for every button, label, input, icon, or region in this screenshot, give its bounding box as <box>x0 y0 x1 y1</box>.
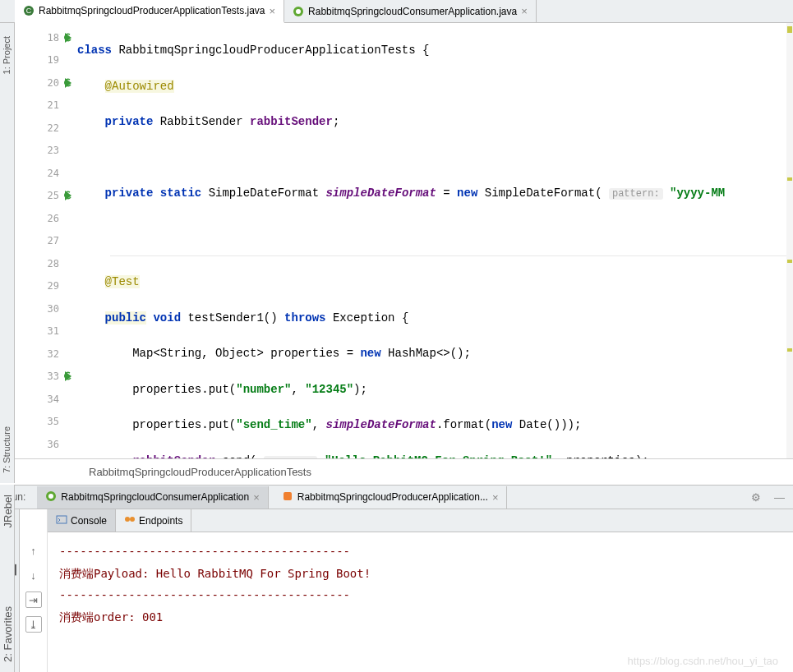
console-icon <box>56 513 67 527</box>
line-number: 21 <box>48 99 59 111</box>
console-tabs: Console Endpoints <box>48 509 793 532</box>
line-number: 19 <box>48 54 59 66</box>
line-number: 23 <box>48 145 59 156</box>
line-number: 35 <box>48 416 59 427</box>
test-icon <box>282 490 293 504</box>
line-number: 29 <box>48 280 59 292</box>
line-number: 31 <box>48 325 59 337</box>
jrebel-tool[interactable]: JRebel <box>0 490 16 532</box>
run-header: Run: RabbitmqSpringcloudConsumerApplicat… <box>0 485 793 509</box>
run-tab-consumer[interactable]: RabbitmqSpringcloudConsumerApplication × <box>37 486 268 509</box>
run-tab-producer[interactable]: RabbitmqSpringcloudProducerApplication..… <box>274 486 508 509</box>
watermark: https://blog.csdn.net/hou_yi_tao <box>627 655 778 667</box>
run-gutter-icon[interactable] <box>62 31 76 44</box>
project-tool[interactable]: 1: Project <box>0 31 13 79</box>
line-number: 18 <box>48 32 59 44</box>
svg-point-3 <box>296 9 301 14</box>
editor-tabs: C RabbitmqSpringcloudProducerApplication… <box>0 0 793 23</box>
scroll-end-icon[interactable]: ⤓ <box>25 616 42 633</box>
warning-mark[interactable] <box>787 26 792 33</box>
line-number: 27 <box>48 235 59 246</box>
tab-label: RabbitmqSpringcloudProducerApplicationTe… <box>39 5 265 16</box>
output-line: ----------------------------------------… <box>59 541 781 563</box>
line-number: 33 <box>48 371 59 382</box>
java-class-icon: C <box>23 5 35 16</box>
output-line: 消费端order: 001 <box>59 606 781 628</box>
warning-mark[interactable] <box>787 177 792 181</box>
warning-mark[interactable] <box>787 348 792 352</box>
spring-icon <box>293 6 304 17</box>
editor-tab-producer-tests[interactable]: C RabbitmqSpringcloudProducerApplication… <box>15 0 284 23</box>
up-icon[interactable]: ↑ <box>25 542 42 559</box>
left-toolbar-bottom: JRebel 2: Favorites <box>0 485 15 672</box>
editor-area: 18 19 20 21 22 23 24 25 26 27 28 29 30 3… <box>15 23 793 458</box>
svg-text:C: C <box>26 7 32 15</box>
down-icon[interactable]: ↓ <box>25 567 42 583</box>
soft-wrap-icon[interactable]: ⇥ <box>25 591 42 608</box>
output-line: ----------------------------------------… <box>59 584 781 606</box>
code-editor[interactable]: class RabbitmqSpringcloudProducerApplica… <box>77 23 793 458</box>
line-number: 20 <box>48 77 59 89</box>
editor-tab-consumer-app[interactable]: RabbitmqSpringcloudConsumerApplication.j… <box>284 0 537 22</box>
line-number: 32 <box>48 348 59 360</box>
spring-icon <box>45 490 57 504</box>
line-number: 26 <box>48 213 59 224</box>
run-body: ❚❚ ◉ » ↑ ↓ ⇥ ⤓ Console Endpoints ---- <box>0 509 793 672</box>
console-tab[interactable]: Console <box>48 509 116 532</box>
close-icon[interactable]: × <box>521 5 528 17</box>
close-icon[interactable]: × <box>492 491 499 504</box>
run-gutter-icon[interactable] <box>62 370 76 383</box>
line-number: 25 <box>48 190 59 201</box>
console-output[interactable]: ----------------------------------------… <box>48 532 793 672</box>
warning-mark[interactable] <box>787 260 792 263</box>
left-toolbar: 1: Project 7: Structure <box>0 23 15 483</box>
close-icon[interactable]: × <box>253 491 260 504</box>
run-gutter-icon[interactable] <box>62 189 76 202</box>
line-number: 24 <box>48 168 59 179</box>
line-number: 34 <box>48 394 59 405</box>
line-number: 36 <box>48 439 59 450</box>
close-icon[interactable]: × <box>269 5 275 17</box>
gear-icon[interactable]: ⚙ <box>751 491 761 504</box>
line-number: 22 <box>48 122 59 134</box>
favorites-tool[interactable]: 2: Favorites <box>0 601 16 667</box>
run-gutter-icon[interactable] <box>62 76 76 90</box>
line-number: 30 <box>48 303 59 315</box>
breadcrumb[interactable]: RabbitmqSpringcloudProducerApplicationTe… <box>15 458 793 485</box>
editor-right-strip[interactable] <box>786 23 793 458</box>
output-line: 消费端Payload: Hello RabbitMQ For Spring Bo… <box>59 563 781 585</box>
structure-tool[interactable]: 7: Structure <box>0 421 13 478</box>
gutter: 18 19 20 21 22 23 24 25 26 27 28 29 30 3… <box>15 23 77 458</box>
run-panel: Run: RabbitmqSpringcloudConsumerApplicat… <box>0 485 793 672</box>
endpoints-icon <box>124 513 136 527</box>
svg-point-5 <box>48 494 53 499</box>
run-left-bar2: ↑ ↓ ⇥ ⤓ <box>20 509 48 672</box>
console-area: Console Endpoints ----------------------… <box>48 509 793 672</box>
svg-rect-8 <box>57 516 67 523</box>
minimize-icon[interactable]: — <box>774 491 785 504</box>
line-number: 28 <box>48 258 59 269</box>
svg-point-9 <box>125 517 130 522</box>
svg-rect-6 <box>284 492 292 500</box>
endpoints-tab[interactable]: Endpoints <box>116 509 191 532</box>
tab-label: RabbitmqSpringcloudConsumerApplication.j… <box>308 6 517 17</box>
svg-point-10 <box>130 517 135 522</box>
